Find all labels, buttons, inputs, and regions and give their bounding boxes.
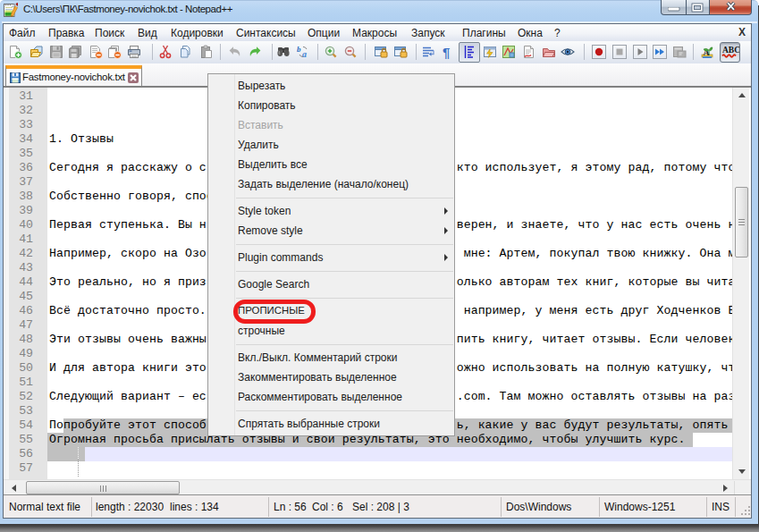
svg-text:¶: ¶ (443, 45, 450, 59)
svg-text:ABC: ABC (722, 46, 739, 55)
svg-text:b: b (297, 45, 301, 54)
svg-text:a: a (302, 49, 307, 59)
